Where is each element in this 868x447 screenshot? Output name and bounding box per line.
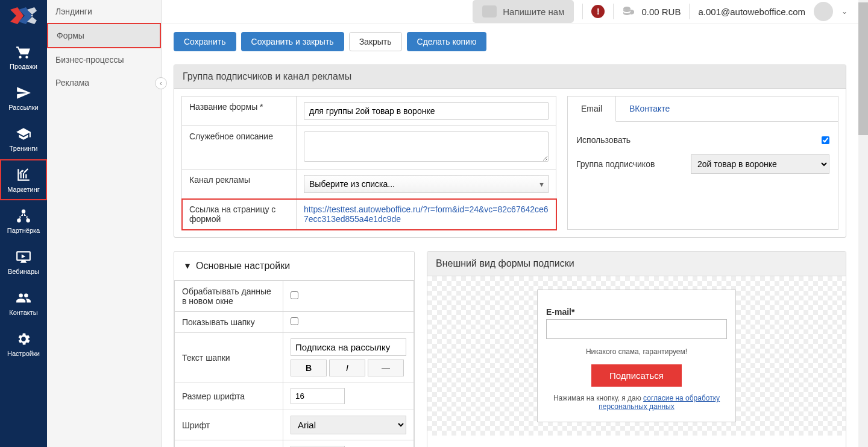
user-avatar[interactable]	[814, 2, 833, 21]
subscribers-panel: Группа подписчиков и канал рекламы Назва…	[174, 65, 846, 238]
nav-label: Вебинары	[8, 268, 39, 275]
nav-label: Контакты	[9, 309, 38, 316]
nav-mailings[interactable]: Рассылки	[0, 77, 47, 118]
chat-label: Напишите нам	[503, 7, 564, 17]
gear-icon	[15, 331, 32, 347]
tab-vkontakte[interactable]: ВКонтакте	[616, 97, 683, 121]
svg-point-0	[623, 7, 631, 10]
show-header-checkbox[interactable]	[291, 317, 298, 325]
subnav-landings[interactable]: Лэндинги	[47, 0, 161, 23]
nav-affiliate[interactable]: Партнёрка	[0, 200, 47, 241]
form-page-link[interactable]: https://testtest.autoweboffice.ru/?r=for…	[304, 204, 549, 224]
tab-email[interactable]: Email	[568, 97, 616, 122]
nav-contacts[interactable]: Контакты	[0, 282, 47, 323]
preview-subscribe-button[interactable]: Подписаться	[591, 364, 682, 387]
cart-icon	[15, 43, 32, 60]
monitor-icon	[15, 249, 32, 265]
nav-settings[interactable]: Настройки	[0, 323, 47, 364]
font-label: Шрифт	[175, 410, 283, 440]
warning-badge[interactable]: !	[591, 5, 605, 18]
nav-label: Маркетинг	[7, 186, 39, 193]
panel-title: Группа подписчиков и канал рекламы	[174, 65, 846, 89]
chart-icon	[15, 166, 32, 183]
nav-label: Продажи	[10, 63, 37, 70]
chat-icon	[482, 5, 497, 17]
copy-button[interactable]: Сделать копию	[407, 32, 487, 51]
form-name-label: Название формы *	[182, 97, 297, 126]
users-icon	[15, 290, 32, 306]
group-label: Группа подписчиков	[576, 159, 655, 169]
logo-icon	[10, 7, 37, 24]
header-text-input[interactable]	[291, 338, 406, 356]
divider	[689, 4, 690, 19]
nav-label: Партнёрка	[7, 227, 40, 234]
graduation-icon	[15, 125, 32, 142]
new-window-label: Обрабатывать данные в новом окне	[175, 281, 283, 312]
collapse-subnav-button[interactable]: ‹	[155, 77, 167, 89]
preview-email-label: E-mail*	[546, 307, 727, 317]
scrollbar-thumb[interactable]	[858, 2, 868, 135]
nav-marketing[interactable]: Маркетинг	[0, 159, 47, 200]
user-email[interactable]: a.001@autoweboffice.com	[698, 7, 805, 17]
channel-label: Канал рекламы	[182, 170, 297, 199]
save-button[interactable]: Сохранить	[174, 32, 236, 51]
preview-spam-note: Никакого спама, гарантируем!	[546, 347, 727, 356]
preview-email-input[interactable]	[546, 319, 727, 339]
chat-button[interactable]: Напишите нам	[473, 0, 574, 23]
font-select[interactable]: Arial	[291, 416, 406, 434]
form-settings-table: Название формы * Служебное описание Кана…	[181, 96, 556, 230]
action-buttons: Сохранить Сохранить и закрыть Закрыть Сд…	[162, 24, 858, 60]
italic-button[interactable]: I	[329, 360, 365, 376]
channel-card: Email ВКонтакте Использовать Группа подп…	[567, 96, 838, 230]
subnav-ads[interactable]: Реклама	[47, 71, 161, 94]
content: Напишите нам ! 0.00 RUB a.001@autoweboff…	[162, 0, 858, 447]
nav-sales[interactable]: Продажи	[0, 36, 47, 77]
link-label: Ссылка на страницу с формой	[182, 199, 297, 230]
font-size-label: Размер шрифта	[175, 382, 283, 410]
topbar: Напишите нам ! 0.00 RUB a.001@autoweboff…	[162, 0, 858, 24]
channel-tabs: Email ВКонтакте	[568, 97, 838, 122]
strike-button[interactable]: —	[368, 360, 404, 376]
use-label: Использовать	[576, 135, 631, 145]
font-size-input[interactable]	[291, 388, 345, 404]
save-close-button[interactable]: Сохранить и закрыть	[241, 32, 344, 51]
color-label: Цвет шрифта	[175, 440, 283, 448]
user-menu-caret[interactable]: ⌄	[841, 7, 848, 16]
nav-webinars[interactable]: Вебинары	[0, 241, 47, 282]
send-icon	[15, 84, 32, 101]
subnav-processes[interactable]: Бизнес-процессы	[47, 48, 161, 71]
preview-panel: Внешний вид формы подписки E-mail* Никак…	[427, 251, 846, 447]
chevron-down-icon: ▾	[185, 260, 190, 271]
new-window-checkbox[interactable]	[291, 291, 298, 299]
sub-sidebar: Лэндинги Формы Бизнес-процессы Реклама ‹	[47, 0, 162, 447]
nav-label: Рассылки	[8, 104, 38, 111]
balance-display[interactable]: 0.00 RUB	[622, 4, 681, 20]
preview-consent-text: Нажимая на кнопку, я даю согласие на обр…	[546, 394, 727, 411]
use-checkbox[interactable]	[822, 136, 829, 144]
nav-label: Настройки	[7, 350, 40, 357]
close-button[interactable]: Закрыть	[349, 32, 402, 51]
basic-settings-toggle[interactable]: ▾ Основные настройки	[174, 252, 414, 281]
divider	[613, 4, 614, 19]
bold-button[interactable]: B	[291, 360, 327, 376]
balance-value: 0.00 RUB	[641, 7, 681, 17]
coins-icon	[622, 4, 637, 20]
subnav-forms[interactable]: Формы	[47, 23, 161, 48]
header-text-label: Текст шапки	[175, 333, 283, 382]
nav-label: Тренинги	[10, 145, 38, 152]
desc-textarea[interactable]	[304, 132, 549, 162]
channel-select[interactable]: Выберите из списка...	[304, 175, 549, 193]
vertical-scrollbar[interactable]	[858, 0, 868, 447]
group-select[interactable]: 2ой товар в воронке	[691, 154, 829, 174]
preview-title: Внешний вид формы подписки	[427, 252, 846, 276]
network-icon	[15, 208, 32, 224]
show-header-label: Показывать шапку	[175, 312, 283, 333]
nav-trainings[interactable]: Тренинги	[0, 118, 47, 159]
basic-settings-panel: ▾ Основные настройки Обрабатывать данные…	[174, 251, 415, 447]
desc-label: Служебное описание	[182, 126, 297, 170]
preview-form: E-mail* Никакого спама, гарантируем! Под…	[537, 290, 736, 422]
divider	[582, 4, 583, 19]
main-sidebar: Продажи Рассылки Тренинги Маркетинг Парт…	[0, 0, 47, 447]
form-name-input[interactable]	[304, 102, 549, 120]
